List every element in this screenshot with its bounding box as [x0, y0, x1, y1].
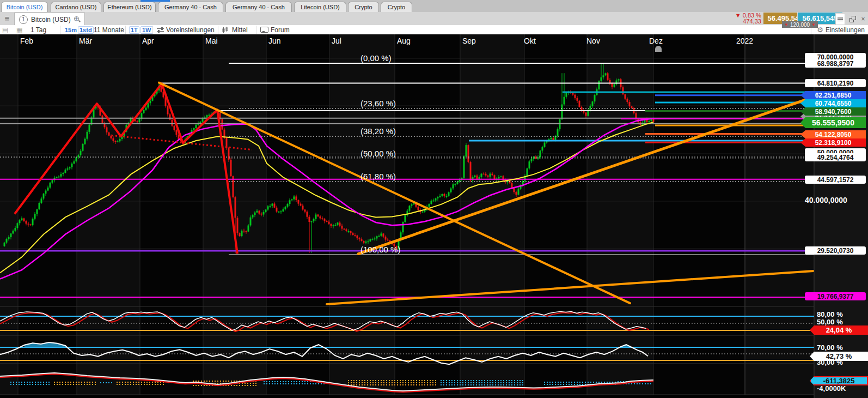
svg-text:Jun: Jun — [268, 37, 281, 45]
gear-icon: ⚙ — [817, 26, 823, 34]
interval-button[interactable]: 1 Tag — [30, 25, 46, 34]
svg-text:Dez: Dez — [649, 37, 663, 45]
month-band — [77, 34, 140, 395]
market-tab-cardano-usd-[interactable]: Cardano (USD) — [51, 2, 101, 12]
change-absolute: 474,33 — [735, 19, 761, 25]
svg-text:2022: 2022 — [736, 37, 753, 45]
timeframe-1std-button[interactable]: 1std — [78, 25, 94, 34]
spread-badge: ▼ 120,000 ▼ — [782, 21, 818, 28]
svg-text:(38,20 %): (38,20 %) — [360, 126, 396, 136]
market-tab-germany-40-cash[interactable]: Germany 40 - Cash — [225, 2, 292, 12]
svg-text:Feb: Feb — [20, 37, 33, 45]
svg-text:Mär: Mär — [79, 37, 92, 45]
indicators-button[interactable]: Mittel — [222, 25, 248, 34]
market-tab-bitcoin-usd-[interactable]: Bitcoin (USD) — [1, 2, 48, 12]
svg-text:(23,60 %): (23,60 %) — [360, 99, 396, 108]
month-band — [524, 34, 587, 395]
timeframe-1w-button[interactable]: 1W — [140, 25, 153, 34]
menu-icon[interactable]: ≡ — [2, 14, 12, 23]
svg-text:Apr: Apr — [142, 37, 154, 45]
tab-number-icon: 1 — [19, 15, 28, 24]
month-band — [266, 34, 329, 395]
layout-grid-icon[interactable]: ▦ — [16, 25, 22, 34]
month-band — [745, 34, 814, 395]
svg-text:Sep: Sep — [462, 37, 476, 45]
market-tab-crypto[interactable]: Crypto — [348, 2, 379, 12]
timeframe-1t-button[interactable]: 1T — [129, 25, 139, 34]
close-icon[interactable]: × — [859, 15, 867, 23]
quote-change: ▼ 0,83 % 474,33 — [735, 13, 761, 25]
trading-platform-window: { "window": { "tabs": [ {"label":"Bitcoi… — [0, 0, 868, 398]
document-tab-title: Bitcoin (USD) — [31, 16, 71, 23]
chart-canvas[interactable]: FebMärAprMaiJunJulAugSepOktNovDez2022(0,… — [0, 34, 868, 398]
presets-button[interactable]: Voreinstellungen — [157, 25, 215, 34]
restore-window-icon[interactable] — [848, 15, 856, 23]
market-tab-litecoin-usd-[interactable]: Litecoin (USD) — [294, 2, 346, 12]
forum-button[interactable]: Forum — [260, 25, 290, 34]
document-toolbar: ≡ 1 Bitcoin (USD) + ▼ 0,83 % 474,33 56.4… — [0, 12, 868, 26]
down-triangle-icon: ▼ — [784, 22, 788, 27]
price-chart[interactable]: FebMärAprMaiJunJulAugSepOktNovDez2022(0,… — [0, 34, 868, 398]
spread-value: 120,000 — [790, 22, 810, 28]
watchlist-icon[interactable]: ▤ — [2, 25, 8, 34]
svg-text:Aug: Aug — [397, 37, 411, 45]
market-tab-germany-40-cash[interactable]: Germany 40 - Cash — [158, 2, 223, 12]
new-tab-button[interactable]: + — [72, 14, 81, 23]
speech-bubble-icon — [260, 27, 268, 33]
svg-text:(61,80 %): (61,80 %) — [360, 172, 396, 181]
svg-text:Okt: Okt — [524, 37, 536, 45]
chart-toolbar: ▤ ▦ 1 Tag 15m 1std 11 Monate 1T 1W Vorei… — [0, 25, 868, 35]
svg-text:Mai: Mai — [205, 37, 218, 45]
market-tab-ethereum-usd-[interactable]: Ethereum (USD) — [103, 2, 156, 12]
settings-button[interactable]: ⚙ Einstellungen — [811, 25, 865, 34]
market-tab-crypto[interactable]: Crypto — [381, 2, 412, 12]
svg-text:Nov: Nov — [586, 37, 600, 45]
svg-text:(100,00 %): (100,00 %) — [360, 245, 400, 254]
svg-text:Jul: Jul — [332, 37, 341, 45]
period-button[interactable]: 11 Monate — [94, 25, 124, 34]
timeframe-15m-button[interactable]: 15m — [65, 25, 77, 34]
layers-icon[interactable] — [835, 13, 845, 25]
indicator-icon — [222, 27, 230, 33]
down-triangle-icon: ▼ — [811, 22, 816, 27]
month-band — [653, 34, 745, 395]
svg-text:(0,00 %): (0,00 %) — [360, 53, 392, 63]
svg-text:(50,00 %): (50,00 %) — [360, 149, 396, 158]
market-tab-strip: Bitcoin (USD)Cardano (USD)Ethereum (USD)… — [0, 0, 868, 13]
month-band — [18, 34, 77, 395]
sliders-icon — [157, 27, 164, 33]
